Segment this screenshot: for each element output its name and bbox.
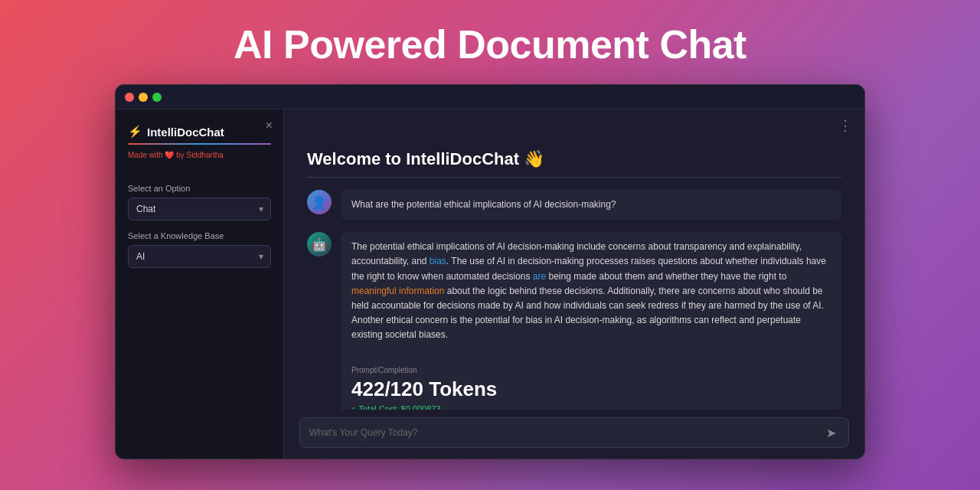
brand-divider [128,143,271,145]
cost-row: ↑ Total Cost: $0.000873 [351,404,831,410]
app-body: × ⚡ IntelliDocChat Made with ❤️ by Siddh… [116,109,864,459]
page-title: AI Powered Document Chat [234,0,746,84]
chat-input-wrapper: ➤ [299,417,849,448]
user-message-text: What are the potential ethical implicati… [351,198,831,212]
knowledge-select[interactable]: AI Technology Science History [128,245,271,268]
top-bar: ⋮ [284,109,864,142]
option-select-wrapper: Chat Upload Settings [128,198,271,220]
chat-input[interactable] [309,418,823,447]
send-icon: ➤ [826,426,836,439]
user-avatar: 👤 [307,190,332,214]
bot-message-bubble: The potential ethical implications of AI… [341,232,841,410]
chat-area: Welcome to IntelliDocChat 👋 👤 What are t… [284,142,864,410]
main-content: ⋮ Welcome to IntelliDocChat 👋 👤 What are… [284,109,864,459]
message-row-user: 👤 What are the potential ethical implica… [307,190,841,220]
made-with: Made with ❤️ by Siddhartha [128,151,271,159]
message-row-bot: 🤖 The potential ethical implications of … [307,232,841,410]
welcome-title: Welcome to IntelliDocChat 👋 [307,149,841,178]
author-name: by Siddhartha [176,151,224,159]
send-button[interactable]: ➤ [823,423,839,443]
close-button[interactable]: × [266,119,273,132]
option-select[interactable]: Chat Upload Settings [128,198,271,220]
input-area: ➤ [284,410,864,459]
traffic-light-minimize[interactable] [139,93,148,102]
brand-name: ⚡ IntelliDocChat [128,125,271,139]
cost-text: Total Cost: $0.000873 [359,404,441,410]
heart-icon: ❤️ [165,151,174,159]
knowledge-label: Select a Knowledge Base [128,231,271,240]
brand-area: ⚡ IntelliDocChat Made with ❤️ by Siddhar… [128,125,271,159]
bot-avatar: 🤖 [307,232,332,256]
traffic-lights [125,93,162,102]
app-window: × ⚡ IntelliDocChat Made with ❤️ by Siddh… [115,84,865,459]
knowledge-select-wrapper: AI Technology Science History [128,245,271,268]
brand-icon: ⚡ [128,125,142,139]
highlight-meaningful: meaningful information [351,286,444,296]
cost-arrow-icon: ↑ [351,404,356,410]
made-with-text: Made with [128,151,163,159]
sidebar: × ⚡ IntelliDocChat Made with ❤️ by Siddh… [116,109,284,459]
traffic-light-maximize[interactable] [152,93,162,102]
highlight-are: are [533,271,546,282]
traffic-light-close[interactable] [125,93,134,102]
highlight-bias: bias [430,256,446,266]
option-label: Select an Option [128,184,271,193]
brand-label: IntelliDocChat [147,126,224,139]
title-bar [116,85,864,109]
bot-message-text: The potential ethical implications of AI… [351,240,831,342]
tokens-label: Prompt/Completion [351,366,831,374]
user-message-bubble: What are the potential ethical implicati… [341,190,841,220]
tokens-section: Prompt/Completion 422/120 Tokens ↑ Total… [351,355,831,410]
tokens-count: 422/120 Tokens [351,377,831,401]
more-options-icon[interactable]: ⋮ [838,117,852,134]
